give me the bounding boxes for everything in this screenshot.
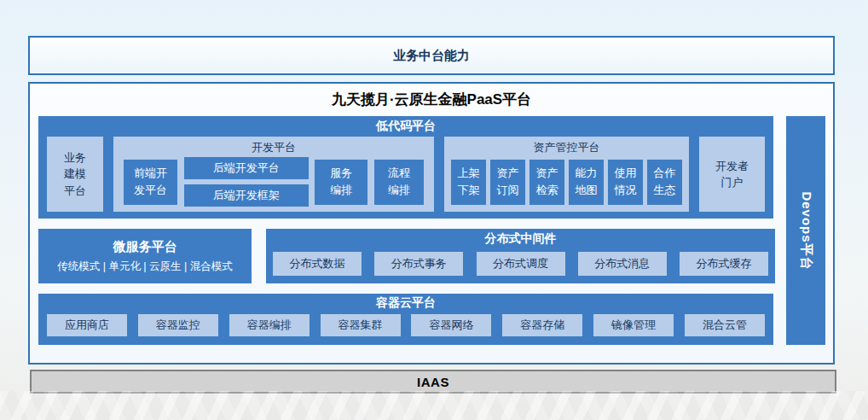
- box-container-cluster: 容器集群: [321, 314, 401, 336]
- box-container-storage: 容器存储: [502, 314, 582, 336]
- platform-title: 九天揽月·云原生金融PaaS平台: [30, 90, 833, 109]
- dev-platform-row: 前端开 发平台 后端开发平台 后端开发框架 服务 编排 流程 编排: [124, 159, 424, 205]
- low-code-content-row: 业务 建模 平台 开发平台 前端开 发平台 后端开发平台 后端开发框架 服务 编…: [47, 137, 765, 212]
- group-asset-control-platform: 资产管控平台 上架 下架 资产 订阅 资产 检索 能力 地图 使用 情况 合作 …: [444, 137, 689, 212]
- box-shelf-on-off: 上架 下架: [451, 160, 486, 205]
- box-backend-dev-framework: 后端开发框架: [184, 184, 309, 207]
- section-container-cloud-platform: 容器云平台 应用商店 容器监控 容器编排 容器集群 容器网络 容器存储 镜像管理…: [38, 294, 773, 345]
- business-midplatform-label: 业务中台能力: [393, 48, 470, 64]
- business-midplatform-banner: 业务中台能力: [28, 36, 835, 75]
- box-container-monitoring: 容器监控: [138, 314, 218, 336]
- box-distributed-cache: 分布式缓存: [680, 252, 768, 276]
- background-texture: [0, 391, 868, 420]
- low-code-title: 低代码平台: [38, 116, 773, 134]
- container-cloud-row: 应用商店 容器监控 容器编排 容器集群 容器网络 容器存储 镜像管理 混合云管: [47, 313, 765, 337]
- box-app-store: 应用商店: [47, 314, 127, 336]
- group-dev-platform: 开发平台 前端开 发平台 后端开发平台 后端开发框架 服务 编排 流程 编排: [113, 137, 434, 212]
- backend-stack: 后端开发平台 后端开发框架: [184, 157, 309, 207]
- middleware-row: 分布式数据 分布式事务 分布式调度 分布式消息 分布式缓存: [273, 251, 768, 276]
- box-usage-status: 使用 情况: [608, 160, 643, 205]
- section-microservice-platform: 微服务平台 传统模式 | 单元化 | 云原生 | 混合模式: [38, 229, 252, 283]
- box-container-network: 容器网络: [411, 314, 491, 336]
- box-distributed-transaction: 分布式事务: [374, 252, 463, 276]
- microservice-title: 微服务平台: [113, 239, 177, 255]
- container-cloud-title: 容器云平台: [38, 294, 773, 311]
- dev-platform-title: 开发平台: [113, 137, 434, 155]
- box-frontend-dev-platform: 前端开 发平台: [124, 160, 177, 205]
- box-distributed-data: 分布式数据: [273, 252, 362, 276]
- paas-platform-container: 九天揽月·云原生金融PaaS平台 低代码平台 业务 建模 平台 开发平台 前端开…: [28, 82, 835, 365]
- box-service-orchestration: 服务 编排: [315, 160, 367, 205]
- section-devops-platform: Devops平台: [786, 116, 825, 345]
- box-backend-dev-platform: 后端开发平台: [184, 157, 309, 179]
- asset-platform-title: 资产管控平台: [444, 137, 689, 155]
- box-business-modeling-platform: 业务 建模 平台: [47, 137, 103, 212]
- box-distributed-scheduling: 分布式调度: [477, 252, 565, 276]
- section-low-code-platform: 低代码平台 业务 建模 平台 开发平台 前端开 发平台 后端开发平台 后端开发框…: [38, 116, 773, 219]
- box-developer-portal: 开发者 门户: [699, 137, 765, 212]
- box-asset-subscription: 资产 订阅: [490, 160, 525, 205]
- box-container-orchestration: 容器编排: [229, 314, 310, 336]
- middleware-title: 分布式中间件: [266, 229, 775, 247]
- box-process-orchestration: 流程 编排: [374, 160, 424, 205]
- box-capability-map: 能力 地图: [569, 160, 604, 205]
- iaas-label: IAAS: [417, 375, 449, 389]
- microservice-modes: 传统模式 | 单元化 | 云原生 | 混合模式: [57, 260, 233, 274]
- box-image-management: 镜像管理: [593, 314, 674, 336]
- box-hybrid-cloud-management: 混合云管: [685, 314, 765, 336]
- devops-label: Devops平台: [798, 191, 814, 270]
- box-asset-search: 资产 检索: [529, 160, 564, 205]
- box-cooperation-ecosystem: 合作 生态: [647, 160, 682, 205]
- box-distributed-messaging: 分布式消息: [578, 252, 667, 276]
- iaas-bar: IAAS: [30, 370, 836, 394]
- asset-platform-row: 上架 下架 资产 订阅 资产 检索 能力 地图 使用 情况 合作 生态: [451, 159, 682, 205]
- section-distributed-middleware: 分布式中间件 分布式数据 分布式事务 分布式调度 分布式消息 分布式缓存: [266, 229, 775, 283]
- architecture-diagram: 业务中台能力 九天揽月·云原生金融PaaS平台 低代码平台 业务 建模 平台 开…: [0, 0, 868, 420]
